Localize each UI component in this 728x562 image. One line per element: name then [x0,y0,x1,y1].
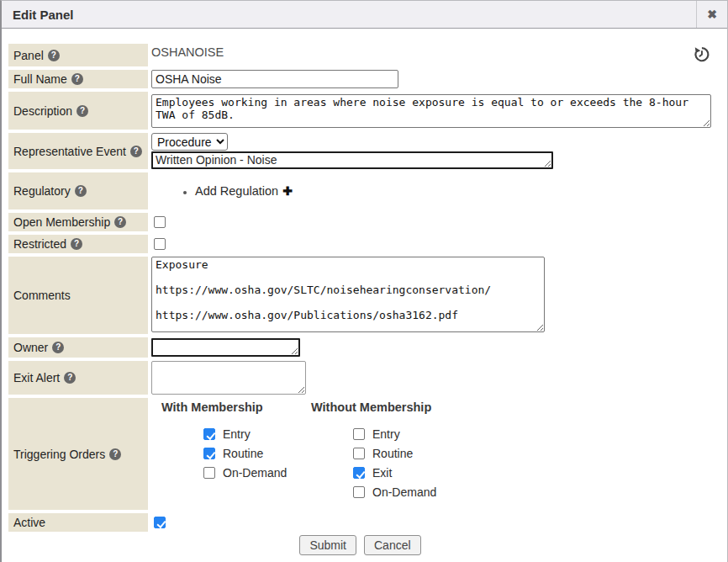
restricted-checkbox[interactable] [154,238,166,250]
row-panel: Panel ? OSHANOISE [8,44,712,66]
row-regulatory: Regulatory ? Add Regulation✚ [8,172,712,209]
owner-label-cell: Owner ? [8,337,148,358]
with-routine-checkbox[interactable] [203,448,215,459]
representative-event-label: Representative Event [13,145,126,158]
close-icon: ✖ [707,8,717,21]
help-icon[interactable]: ? [76,105,88,117]
description-label: Description [13,104,72,118]
row-representative-event: Representative Event ? Procedure Written… [8,133,712,169]
help-icon[interactable]: ? [71,73,83,85]
row-triggering-orders: Triggering Orders ? With Membership Entr… [8,398,712,510]
help-icon[interactable]: ? [64,372,76,384]
row-open-membership: Open Membership ? [8,213,712,231]
open-membership-label: Open Membership [13,215,110,229]
panel-label: Panel [13,49,44,62]
row-exit-alert: Exit Alert ? [8,361,712,395]
active-label-cell: Active [8,513,148,532]
regulatory-label: Regulatory [13,184,71,198]
full-name-input[interactable] [151,70,398,88]
open-membership-label-cell: Open Membership ? [8,213,148,231]
owner-label: Owner [13,341,48,354]
row-restricted: Restricted ? [8,235,712,253]
without-membership-entry-option[interactable]: Entry [353,427,436,441]
regulation-list: Add Regulation✚ [151,184,293,198]
history-restore-icon[interactable] [693,45,710,66]
help-icon[interactable]: ? [109,448,121,460]
with-entry-checkbox[interactable] [203,428,215,440]
cancel-button[interactable]: Cancel [364,535,421,555]
without-membership-header: Without Membership [311,400,436,414]
exit-alert-label: Exit Alert [13,371,60,384]
help-icon[interactable]: ? [130,146,142,157]
representative-event-input[interactable]: Written Opinion - Noise [151,151,553,169]
with-membership-on-demand-option[interactable]: On-Demand [203,466,298,480]
with-membership-entry-option[interactable]: Entry [203,427,298,441]
without-routine-checkbox[interactable] [353,448,365,459]
restricted-label: Restricted [13,237,66,251]
triggering-orders-label-cell: Triggering Orders ? [8,398,148,510]
with-membership-header: With Membership [161,400,298,414]
submit-button[interactable]: Submit [299,535,356,555]
add-regulation-item[interactable]: Add Regulation✚ [195,184,293,198]
owner-input[interactable] [151,338,300,357]
panel-code-value: OSHANOISE [151,44,224,59]
with-membership-column: With Membership Entry Routine On-Dema [161,400,298,480]
representative-event-label-cell: Representative Event ? [8,133,148,169]
triggering-orders-label: Triggering Orders [13,448,105,461]
restricted-label-cell: Restricted ? [8,235,148,253]
without-membership-exit-option[interactable]: Exit [353,466,436,480]
row-comments: Comments Exposure https://www.osha.gov/S… [8,257,712,334]
help-icon[interactable]: ? [48,50,60,61]
without-entry-checkbox[interactable] [353,428,365,440]
add-regulation-link[interactable]: Add Regulation [195,184,278,198]
dialog-body: Panel ? OSHANOISE Full Name ? [2,29,727,555]
help-icon[interactable]: ? [114,216,126,228]
plus-icon[interactable]: ✚ [282,184,293,198]
dialog-header: Edit Panel ✖ [2,1,727,29]
active-checkbox[interactable] [154,517,166,528]
help-icon[interactable]: ? [71,238,82,250]
comments-textarea[interactable]: Exposure https://www.osha.gov/SLTC/noise… [151,257,545,332]
button-row: Submit Cancel [8,535,712,555]
close-button[interactable]: ✖ [696,1,727,28]
comments-label-cell: Comments [8,257,148,334]
exit-alert-label-cell: Exit Alert ? [8,361,148,395]
without-membership-routine-option[interactable]: Routine [353,447,436,460]
row-description: Description ? Employees working in areas… [8,92,712,130]
with-membership-routine-option[interactable]: Routine [203,447,298,460]
row-full-name: Full Name ? [8,70,712,88]
regulatory-label-cell: Regulatory ? [8,172,148,209]
description-textarea[interactable]: Employees working in areas where noise e… [151,94,711,128]
with-on-demand-checkbox[interactable] [203,467,215,479]
full-name-label-cell: Full Name ? [8,70,148,88]
dialog-title: Edit Panel [2,1,696,28]
active-label: Active [13,516,45,529]
without-exit-checkbox[interactable] [353,467,365,479]
comments-label: Comments [13,289,71,302]
open-membership-checkbox[interactable] [154,216,166,228]
help-icon[interactable]: ? [52,342,64,353]
edit-panel-dialog: Edit Panel ✖ Panel ? OSHANOISE [0,0,728,562]
without-membership-column: Without Membership Entry Routine Exit [311,400,436,499]
exit-alert-textarea[interactable] [151,361,306,395]
row-active: Active [8,513,712,532]
panel-label-cell: Panel ? [8,44,148,66]
representative-event-type-select[interactable]: Procedure [151,133,228,151]
without-on-demand-checkbox[interactable] [353,486,365,498]
full-name-label: Full Name [13,72,67,86]
without-membership-on-demand-option[interactable]: On-Demand [353,485,436,499]
description-label-cell: Description ? [8,92,148,130]
row-owner: Owner ? [8,337,712,358]
help-icon[interactable]: ? [75,185,87,197]
